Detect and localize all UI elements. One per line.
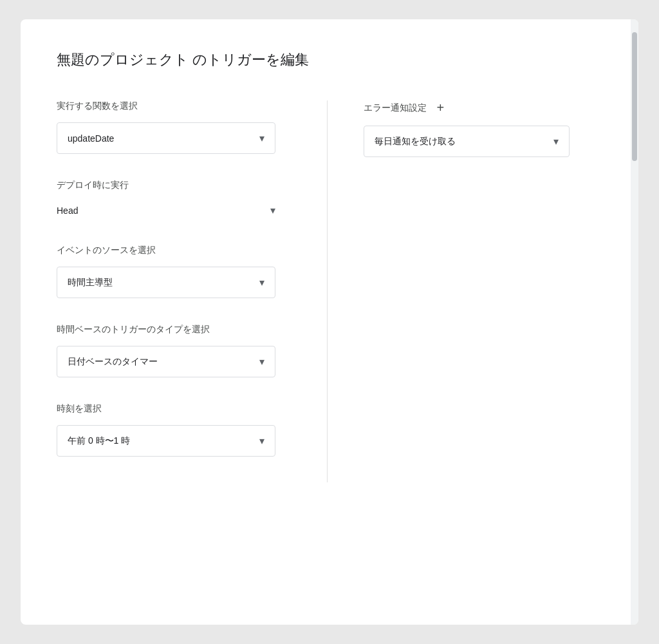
trigger-type-value: 日付ベースのタイマー	[68, 356, 158, 368]
scrollbar-track	[631, 19, 638, 625]
event-source-value: 時間主導型	[68, 277, 113, 289]
trigger-type-dropdown[interactable]: 日付ベースのタイマー ▾	[57, 346, 275, 377]
trigger-type-chevron-icon: ▾	[259, 355, 265, 368]
modal-content: 無題のプロジェクト のトリガーを編集 実行する関数を選択 updateDate …	[21, 19, 638, 625]
scrollbar-thumb[interactable]	[632, 32, 637, 161]
deploy-row: Head ▾	[57, 202, 275, 219]
event-source-label: イベントのソースを選択	[57, 245, 296, 256]
function-chevron-icon: ▾	[259, 132, 265, 144]
event-source-section: イベントのソースを選択 時間主導型 ▾	[57, 245, 296, 298]
function-value: updateDate	[68, 133, 114, 144]
error-header: エラー通知設定 +	[364, 100, 603, 115]
error-notification-section: エラー通知設定 + 毎日通知を受け取る ▾	[364, 100, 603, 157]
deploy-chevron-icon: ▾	[270, 204, 275, 216]
modal: 無題のプロジェクト のトリガーを編集 実行する関数を選択 updateDate …	[21, 19, 638, 625]
time-chevron-icon: ▾	[259, 435, 265, 447]
function-dropdown[interactable]: updateDate ▾	[57, 122, 275, 154]
page-title: 無題のプロジェクト のトリガーを編集	[57, 50, 602, 70]
trigger-type-section: 時間ベースのトリガーのタイプを選択 日付ベースのタイマー ▾	[57, 324, 296, 377]
left-column: 実行する関数を選択 updateDate ▾ デプロイ時に実行 Head ▾	[57, 100, 328, 482]
event-source-chevron-icon: ▾	[259, 276, 265, 289]
time-section: 時刻を選択 午前 0 時〜1 時 ▾	[57, 403, 296, 457]
error-label: エラー通知設定	[364, 102, 427, 114]
time-dropdown[interactable]: 午前 0 時〜1 時 ▾	[57, 425, 275, 457]
time-label: 時刻を選択	[57, 403, 296, 415]
notification-value: 毎日通知を受け取る	[375, 136, 456, 147]
notification-chevron-icon: ▾	[553, 135, 559, 147]
two-col-layout: 実行する関数を選択 updateDate ▾ デプロイ時に実行 Head ▾	[57, 100, 602, 482]
trigger-type-label: 時間ベースのトリガーのタイプを選択	[57, 324, 296, 336]
deploy-value: Head	[57, 205, 78, 216]
deploy-label: デプロイ時に実行	[57, 180, 296, 191]
notification-dropdown[interactable]: 毎日通知を受け取る ▾	[364, 126, 570, 157]
deploy-section: デプロイ時に実行 Head ▾	[57, 180, 296, 219]
add-icon[interactable]: +	[437, 100, 445, 115]
function-label: 実行する関数を選択	[57, 100, 296, 112]
function-section: 実行する関数を選択 updateDate ▾	[57, 100, 296, 154]
event-source-dropdown[interactable]: 時間主導型 ▾	[57, 267, 275, 298]
right-column: エラー通知設定 + 毎日通知を受け取る ▾	[328, 100, 603, 482]
time-value: 午前 0 時〜1 時	[68, 435, 130, 447]
